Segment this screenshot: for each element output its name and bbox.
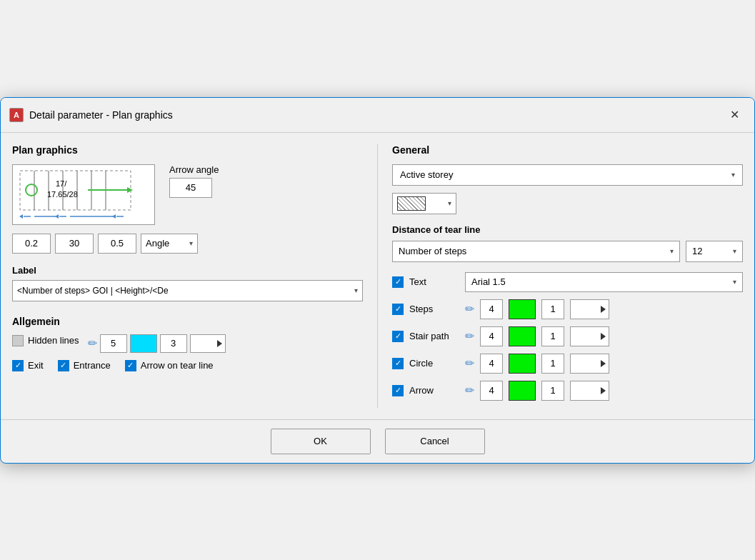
cancel-button[interactable]: Cancel (385, 429, 485, 454)
spacing-type-chevron: ▾ (189, 239, 193, 247)
arrow-num2[interactable]: 1 (541, 381, 564, 401)
general-title: General (392, 144, 743, 156)
hidden-lines-num2[interactable]: 3 (160, 334, 187, 353)
svg-marker-13 (19, 214, 23, 219)
arrow-angle-label: Arrow angle (169, 164, 219, 175)
stair-path-checkbox[interactable] (392, 331, 404, 342)
circle-num1[interactable]: 4 (480, 354, 503, 374)
hidden-lines-row: Hidden lines ✏ 5 3 (12, 334, 363, 353)
text-label: Text (409, 276, 459, 287)
distance-row: Number of steps ▾ 12 ▾ (392, 241, 743, 262)
exit-checkbox[interactable] (12, 360, 24, 371)
circle-checkbox[interactable] (392, 358, 404, 369)
hidden-lines-checkbox[interactable] (12, 335, 24, 346)
right-panel: General Active storey ▾ ▾ Distance of te… (378, 144, 743, 408)
label-title: Label (12, 265, 363, 276)
spacing-type-select[interactable]: Angle ▾ (141, 234, 198, 254)
steps-num2[interactable]: 1 (541, 299, 564, 319)
text-checkbox[interactable] (392, 276, 404, 288)
circle-color-box[interactable] (509, 354, 536, 374)
spacing-type-label: Angle (146, 238, 169, 249)
steps-count-dropdown[interactable]: 12 ▾ (686, 241, 743, 262)
stair-path-pencil-icon[interactable]: ✏ (465, 329, 474, 343)
exit-label: Exit (28, 360, 44, 371)
distance-label: Distance of tear line (392, 224, 743, 235)
hatch-dropdown[interactable]: ▾ (392, 193, 456, 214)
entrance-checkbox[interactable] (58, 360, 69, 371)
footer: OK Cancel (1, 419, 754, 463)
svg-text:17.65/28: 17.65/28 (47, 190, 78, 199)
arrow-angle-value[interactable]: 45 (169, 178, 212, 198)
arrow-pattern-chevron (601, 387, 606, 394)
spacing-val2[interactable]: 30 (55, 234, 94, 254)
number-of-steps-label: Number of steps (399, 246, 466, 256)
steps-color-box[interactable] (509, 299, 536, 319)
spacing-val3[interactable]: 0.5 (98, 234, 136, 254)
stair-path-num2[interactable]: 1 (541, 326, 564, 346)
dialog-title: Detail parameter - Plan graphics (29, 109, 173, 121)
steps-count-value: 12 (692, 246, 702, 256)
hidden-lines-pencil-icon[interactable]: ✏ (88, 336, 97, 350)
circle-label: Circle (409, 358, 459, 369)
hidden-lines-pattern-chevron (217, 340, 222, 347)
svg-text:17/: 17/ (56, 179, 67, 188)
arrow-tear-label: Arrow on tear line (141, 360, 214, 371)
arrow-angle-group: Arrow angle 45 (169, 164, 219, 198)
steps-row: Steps ✏ 4 1 (392, 299, 743, 319)
arrow-color-box[interactable] (509, 381, 536, 401)
svg-marker-8 (127, 187, 133, 193)
hatch-preview-icon (397, 196, 426, 211)
close-icon: ✕ (730, 108, 739, 121)
steps-count-chevron: ▾ (733, 247, 736, 255)
circle-line-pattern[interactable] (570, 354, 609, 374)
circle-pattern-chevron (601, 360, 606, 367)
active-storey-chevron: ▾ (731, 171, 735, 179)
steps-line-pattern[interactable] (570, 299, 609, 319)
stair-path-color-box[interactable] (509, 326, 536, 346)
label-input[interactable]: <Number of steps> GOI | <Height>/<De ▾ (12, 280, 363, 301)
text-font-chevron: ▾ (733, 278, 736, 286)
allgemein-title: Allgemein (12, 316, 363, 327)
main-content: Plan graphics (1, 133, 754, 419)
stair-path-line-pattern[interactable] (570, 326, 609, 346)
arrow-pencil-icon[interactable]: ✏ (465, 384, 474, 397)
stair-path-label: Stair path (409, 331, 459, 341)
active-storey-dropdown[interactable]: Active storey ▾ (392, 164, 743, 186)
number-of-steps-dropdown[interactable]: Number of steps ▾ (392, 241, 680, 262)
hidden-lines-value[interactable]: 5 (100, 334, 127, 353)
label-section: Label <Number of steps> GOI | <Height>/<… (12, 265, 363, 301)
steps-num1[interactable]: 4 (480, 299, 503, 319)
hatch-chevron: ▾ (448, 199, 451, 207)
title-bar-left: A Detail parameter - Plan graphics (9, 108, 173, 122)
text-row: Text Arial 1.5 ▾ (392, 272, 743, 292)
arrow-tear-checkbox[interactable] (125, 360, 136, 371)
close-button[interactable]: ✕ (723, 104, 746, 126)
hidden-lines-label: Hidden lines (28, 335, 79, 346)
entrance-label: Entrance (74, 360, 111, 371)
hidden-lines-checkbox-row: Hidden lines (12, 335, 79, 346)
spacing-inputs: 0.2 30 0.5 Angle ▾ (12, 234, 363, 254)
bottom-checkboxes: Exit Entrance Arrow on tear line (12, 360, 363, 377)
arrow-checkbox[interactable] (392, 385, 404, 396)
stair-path-pattern-chevron (601, 333, 606, 340)
arrow-row: Arrow ✏ 4 1 (392, 381, 743, 401)
ok-button[interactable]: OK (271, 429, 371, 454)
exit-row: Exit (12, 360, 44, 371)
circle-num2[interactable]: 1 (541, 354, 564, 374)
hidden-lines-color-box[interactable] (130, 334, 157, 353)
arrow-tear-row: Arrow on tear line (125, 360, 214, 371)
arrow-line-pattern[interactable] (570, 381, 609, 401)
steps-label: Steps (409, 304, 459, 314)
active-storey-label: Active storey (400, 169, 453, 180)
stair-path-num1[interactable]: 4 (480, 326, 503, 346)
hidden-lines-inputs: ✏ 5 3 (88, 334, 226, 353)
steps-checkbox[interactable] (392, 304, 404, 315)
hidden-lines-pattern[interactable] (190, 334, 226, 353)
steps-pencil-icon[interactable]: ✏ (465, 302, 474, 316)
text-font-dropdown[interactable]: Arial 1.5 ▾ (465, 272, 743, 292)
circle-pencil-icon[interactable]: ✏ (465, 356, 474, 370)
arrow-num1[interactable]: 4 (480, 381, 503, 401)
spacing-val1[interactable]: 0.2 (12, 234, 51, 254)
label-chevron: ▾ (354, 286, 358, 294)
label-value: <Number of steps> GOI | <Height>/<De (17, 286, 169, 296)
